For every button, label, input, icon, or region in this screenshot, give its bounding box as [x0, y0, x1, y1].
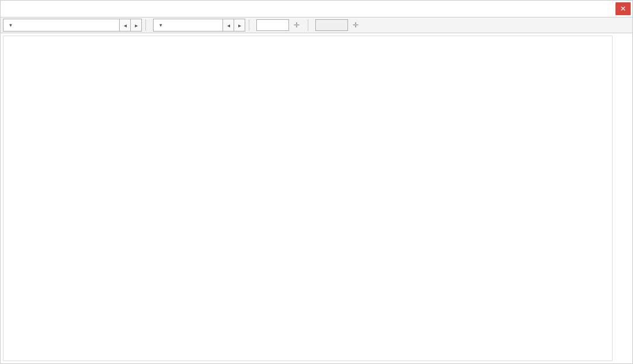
separator: [145, 19, 146, 31]
dropdown2-next-button[interactable]: ▸: [234, 19, 245, 32]
quantity-dropdown[interactable]: ▾: [3, 19, 120, 32]
chevron-down-icon: ▾: [159, 22, 162, 28]
node-nr-input[interactable]: [315, 19, 348, 31]
value-dropdown[interactable]: ▾: [153, 19, 223, 32]
pick-node-1-icon[interactable]: ✛: [290, 19, 303, 32]
chevron-down-icon: ▾: [9, 22, 12, 28]
separator: [249, 19, 249, 31]
chart-svg: [4, 36, 612, 360]
side-toolbar: [615, 33, 632, 363]
toolbar: ▾ ◂ ▸ ▾ ◂ ▸ ✛ ✛: [1, 18, 632, 33]
separator: [308, 19, 308, 31]
pick-node-2-icon[interactable]: ✛: [349, 19, 362, 32]
dropdown1-prev-button[interactable]: ◂: [119, 19, 131, 32]
node-no-input[interactable]: [256, 19, 289, 31]
close-icon[interactable]: ✕: [615, 2, 631, 15]
chart-area[interactable]: [3, 36, 613, 361]
dropdown1-next-button[interactable]: ▸: [130, 19, 142, 32]
dropdown2-prev-button[interactable]: ◂: [222, 19, 234, 32]
